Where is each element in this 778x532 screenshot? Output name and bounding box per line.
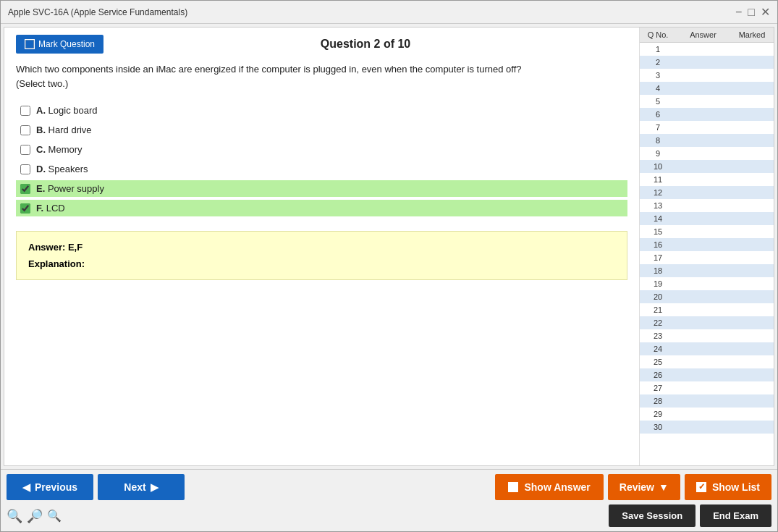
table-row[interactable]: 1 [640,43,774,56]
review-label: Review [620,481,654,493]
table-row[interactable]: 5 [640,95,774,108]
option-f[interactable]: F. LCD [16,200,627,216]
option-f-label[interactable]: F. LCD [36,203,65,214]
end-exam-button[interactable]: End Exam [700,504,771,527]
top-area: Mark Question Question 2 of 10 [16,35,627,54]
table-row[interactable]: 16 [640,238,774,251]
header-answer: Answer [676,30,730,39]
question-text: Which two components inside an iMac are … [16,62,627,90]
row-qno: 10 [640,162,676,171]
table-row[interactable]: 28 [640,394,774,408]
row-qno: 9 [640,149,676,158]
table-row[interactable]: 3 [640,69,774,82]
option-a[interactable]: A. Logic board [16,102,627,119]
table-row[interactable]: 11 [640,173,774,186]
svg-rect-0 [25,40,34,48]
zoom-out-icon[interactable]: 🔍 [47,509,62,523]
option-b-checkbox[interactable] [20,125,30,135]
row-qno: 30 [640,423,676,431]
option-e-label[interactable]: E. Power supply [36,183,104,194]
title-bar: Apple SVC-16A (Apple Service Fundamental… [1,1,777,24]
row-qno: 18 [640,266,676,275]
row-qno: 27 [640,384,676,392]
option-d[interactable]: D. Speakers [16,161,627,177]
row-qno: 4 [640,84,676,93]
option-b-label[interactable]: B. Hard drive [36,124,92,135]
option-b[interactable]: B. Hard drive [16,122,627,138]
main-content: Mark Question Question 2 of 10 Which two… [4,27,774,466]
answer-display: Answer: E,F [28,242,615,253]
show-list-button[interactable]: ✓ Show List [685,474,771,500]
close-icon[interactable]: ✕ [761,7,770,18]
option-c-label[interactable]: C. Memory [36,144,83,155]
row-qno: 5 [640,97,676,106]
option-a-checkbox[interactable] [20,106,30,116]
table-row[interactable]: 26 [640,368,774,381]
table-row[interactable]: 13 [640,199,774,212]
maximize-icon[interactable]: □ [748,7,755,18]
minimize-icon[interactable]: − [735,7,742,18]
table-row[interactable]: 20 [640,290,774,303]
show-answer-label: Show Answer [524,481,590,493]
option-e-checkbox[interactable] [20,184,30,194]
show-answer-button[interactable]: Show Answer [495,474,603,500]
option-e[interactable]: E. Power supply [16,180,627,197]
option-c[interactable]: C. Memory [16,141,627,158]
table-row[interactable]: 29 [640,408,774,421]
table-row[interactable]: 12 [640,186,774,199]
table-row[interactable]: 19 [640,277,774,290]
table-row[interactable]: 7 [640,121,774,134]
table-row[interactable]: 30 [640,421,774,434]
option-d-checkbox[interactable] [20,164,30,174]
table-row[interactable]: 10 [640,160,774,173]
option-a-label[interactable]: A. Logic board [36,105,98,116]
table-row[interactable]: 2 [640,56,774,69]
review-button[interactable]: Review ▼ [608,474,680,500]
question-list-body[interactable]: 1 2 3 4 5 6 7 8 [640,43,774,465]
table-row[interactable]: 23 [640,329,774,342]
question-list-header: Q No. Answer Marked [640,28,774,43]
row-qno: 16 [640,240,676,249]
table-row[interactable]: 9 [640,147,774,160]
zoom-reset-icon[interactable]: 🔎 [27,508,43,524]
table-row[interactable]: 24 [640,342,774,355]
explanation-box: Answer: E,F Explanation: [16,231,627,280]
right-panel: Q No. Answer Marked 1 2 3 4 5 [640,28,774,465]
next-button[interactable]: Next ▶ [98,474,185,500]
table-row[interactable]: 8 [640,134,774,147]
row-qno: 26 [640,371,676,379]
row-qno: 14 [640,214,676,223]
table-row[interactable]: 22 [640,316,774,329]
table-row[interactable]: 25 [640,355,774,368]
table-row[interactable]: 14 [640,212,774,225]
row-qno: 29 [640,410,676,418]
table-row[interactable]: 4 [640,82,774,95]
mark-question-button[interactable]: Mark Question [16,35,103,54]
save-session-button[interactable]: Save Session [609,504,695,527]
header-qno: Q No. [640,30,676,39]
table-row[interactable]: 27 [640,381,774,394]
table-row[interactable]: 21 [640,303,774,316]
row-qno: 3 [640,71,676,80]
table-row[interactable]: 17 [640,251,774,264]
row-qno: 19 [640,279,676,288]
option-d-label[interactable]: D. Speakers [36,164,88,174]
table-row[interactable]: 18 [640,264,774,277]
next-label: Next [124,481,145,493]
zoom-in-icon[interactable]: 🔍 [7,508,22,524]
bottom-combined: ◀ Previous Next ▶ Show Answer Review ▼ [1,469,777,531]
bottom-row2: 🔍 🔎 🔍 Save Session End Exam [7,504,771,527]
option-f-checkbox[interactable] [20,203,30,214]
table-row[interactable]: 6 [640,108,774,121]
previous-button[interactable]: ◀ Previous [7,474,93,500]
option-c-checkbox[interactable] [20,145,30,155]
mark-checkbox-icon [25,39,35,49]
row-qno: 28 [640,397,676,405]
row-qno: 11 [640,175,676,184]
row-qno: 2 [640,58,676,67]
header-marked: Marked [730,30,774,39]
row-qno: 15 [640,227,676,236]
row-qno: 21 [640,305,676,314]
table-row[interactable]: 15 [640,225,774,238]
question-title: Question 2 of 10 [103,38,627,51]
